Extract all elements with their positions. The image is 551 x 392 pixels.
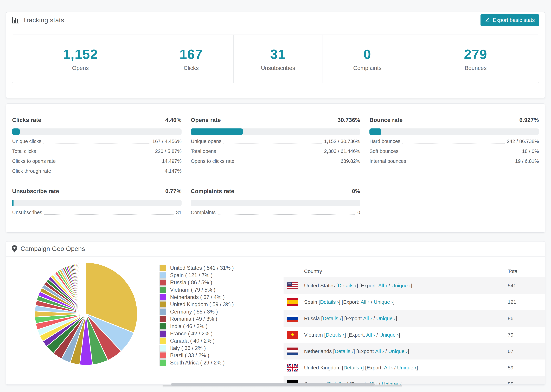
summary-cell: 167Clicks [149, 35, 233, 83]
rate-title: Complaints rate [191, 188, 234, 195]
country-name: Netherlands [304, 348, 332, 354]
export-unique-link[interactable]: Unique › [374, 299, 393, 305]
legend-label: Vietnam ( 79 / 5% ) [170, 287, 215, 293]
rate-percent: 0.77% [165, 188, 182, 195]
rate-row-value: 220 / 5.87% [155, 148, 182, 154]
rate-row: Soft bounces18 / 0% [369, 146, 539, 156]
tracking-stats-header: Tracking stats Export basic stats [6, 12, 545, 28]
legend-item: United Kingdom ( 59 / 3% ) [160, 301, 234, 308]
leader-dots [43, 139, 150, 143]
tracking-stats-card: Tracking stats Export basic stats 1,152O… [6, 12, 545, 98]
rate-row: Internal bounces19 / 6.81% [369, 156, 539, 166]
rate-title: Unsubscribe rate [12, 188, 59, 195]
rate-row-value: 689.82% [341, 158, 360, 164]
rate-row-label: Hard bounces [369, 139, 400, 144]
legend-item: Italy ( 36 / 2% ) [160, 345, 234, 352]
table-row: United States [Details ›] [Export: All ›… [283, 277, 545, 294]
table-body: United States [Details ›] [Export: All ›… [283, 277, 545, 385]
pie-legend: United States ( 541 / 31% )Spain ( 121 /… [160, 264, 234, 366]
export-unique-link[interactable]: Unique › [376, 315, 396, 321]
details-link[interactable]: Details › [326, 332, 345, 338]
total-value: 59 [508, 365, 513, 371]
rate-title: Clicks rate [12, 117, 41, 123]
details-link[interactable]: Details › [335, 348, 353, 354]
progress-fill [369, 128, 381, 135]
column-country: Country [304, 268, 322, 274]
rate-row: Clicks to opens rate14.497% [12, 156, 182, 166]
rate-row-value: 242 / 86.738% [507, 139, 539, 144]
leader-dots [218, 210, 355, 215]
total-value: 67 [508, 348, 513, 354]
geo-opens-header: Campaign Geo Opens [6, 241, 545, 257]
details-link[interactable]: Details › [338, 283, 357, 288]
legend-swatch [160, 279, 166, 286]
legend-swatch [160, 315, 166, 322]
legend-swatch [160, 352, 166, 359]
geo-opens-title: Campaign Geo Opens [21, 245, 85, 252]
legend-item: France ( 42 / 2% ) [160, 330, 234, 337]
rates-grid: Clicks rate4.46%Unique clicks167 / 4.456… [6, 104, 545, 217]
details-link[interactable]: Details › [343, 365, 362, 371]
country-cell: Netherlands [Details ›] [Export: All › /… [304, 348, 409, 354]
legend-swatch [160, 301, 166, 308]
export-all-link[interactable]: All › [360, 299, 369, 305]
geo-opens-card: Campaign Geo Opens United States ( 541 /… [6, 241, 545, 385]
rate-row: Complaints0 [191, 207, 360, 217]
horizontal-scrollbar-thumb[interactable] [171, 383, 375, 386]
stat-value: 31 [270, 47, 286, 62]
legend-swatch [160, 294, 166, 301]
flag-icon-us [287, 282, 298, 289]
legend-swatch [160, 272, 166, 279]
export-all-link[interactable]: All › [366, 332, 375, 338]
rate-row-value: 2,303 / 61.446% [324, 148, 360, 154]
export-unique-link[interactable]: Unique › [397, 365, 417, 371]
rate-row-label: Total clicks [12, 148, 36, 154]
export-unique-link[interactable]: Unique › [379, 332, 399, 338]
table-row: Netherlands [Details ›] [Export: All › /… [283, 343, 545, 359]
export-unique-link[interactable]: Unique › [388, 348, 408, 354]
export-unique-link[interactable]: Unique › [382, 381, 401, 385]
export-all-link[interactable]: All › [378, 283, 387, 288]
rate-row-value: 1,152 / 30.736% [324, 139, 360, 144]
stat-value: 279 [464, 47, 487, 62]
legend-item: Canada ( 40 / 2% ) [160, 337, 234, 345]
export-unique-link[interactable]: Unique › [391, 283, 411, 288]
details-link[interactable]: Details › [320, 299, 339, 305]
pie-chart-container [28, 256, 144, 372]
legend-swatch [160, 345, 166, 352]
table-row: Spain [Details ›] [Export: All › / Uniqu… [283, 294, 545, 310]
rate-card: Bounce rate6.927%Hard bounces242 / 86.73… [369, 117, 539, 176]
table-header: Country Total [283, 266, 545, 277]
table-row: United Kingdom [Details ›] [Export: All … [283, 359, 545, 376]
legend-swatch [160, 330, 166, 337]
stat-label: Bounces [465, 65, 487, 71]
leader-dots [58, 159, 160, 163]
progress-bar [191, 200, 360, 206]
export-all-link[interactable]: All › [363, 315, 372, 321]
total-value: 79 [508, 332, 513, 338]
flag-icon-nl [287, 348, 298, 355]
progress-fill [12, 200, 14, 206]
legend-swatch [160, 359, 166, 366]
legend-item: Russia ( 86 / 5% ) [160, 279, 234, 286]
export-basic-stats-button[interactable]: Export basic stats [480, 14, 539, 26]
progress-bar [191, 128, 360, 135]
details-link[interactable]: Details › [323, 315, 341, 321]
rate-percent: 6.927% [519, 117, 539, 123]
rate-row: Unique clicks167 / 4.456% [12, 136, 182, 146]
legend-label: Germany ( 55 / 3% ) [170, 309, 218, 315]
legend-item: Netherlands ( 67 / 4% ) [160, 294, 234, 301]
export-all-link[interactable]: All › [375, 348, 384, 354]
progress-bar [12, 128, 182, 135]
rate-row-value: 18 / 0% [522, 148, 539, 154]
rate-row-value: 14.497% [162, 158, 182, 164]
table-row: Vietnam [Details ›] [Export: All › / Uni… [283, 327, 545, 343]
export-all-link[interactable]: All › [384, 365, 393, 371]
flag-icon-vn [287, 331, 298, 339]
leader-dots [403, 139, 505, 143]
rate-row-label: Soft bounces [369, 148, 398, 154]
legend-label: United States ( 541 / 31% ) [170, 265, 234, 271]
map-pin-icon [12, 245, 17, 252]
export-button-label: Export basic stats [493, 17, 535, 23]
rate-row-label: Total opens [191, 148, 216, 154]
